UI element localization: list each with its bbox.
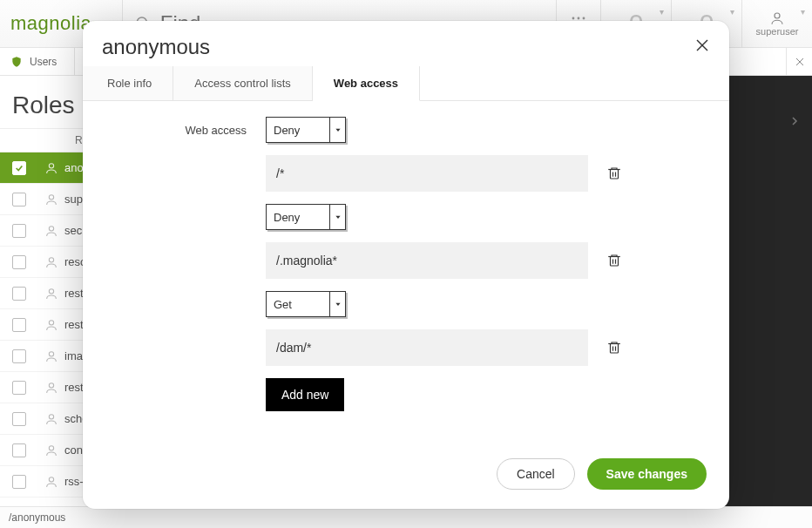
chevron-down-icon — [329, 205, 345, 229]
path-input[interactable] — [266, 242, 588, 279]
add-new-button[interactable]: Add new — [266, 378, 344, 411]
dialog-footer: Cancel Save changes — [83, 446, 729, 509]
svg-marker-31 — [335, 216, 340, 219]
dialog-title: anonymous — [102, 35, 694, 59]
trash-icon — [606, 166, 622, 181]
access-select[interactable]: Deny — [266, 204, 346, 230]
path-input[interactable] — [266, 155, 588, 192]
svg-rect-32 — [611, 257, 619, 267]
cancel-button[interactable]: Cancel — [497, 458, 575, 490]
save-button[interactable]: Save changes — [587, 458, 707, 490]
chevron-down-icon — [329, 292, 345, 316]
dialog-body: Web accessDenyDenyGetAdd new — [83, 101, 729, 446]
delete-rule-button[interactable] — [599, 332, 630, 363]
svg-marker-27 — [335, 129, 340, 132]
svg-rect-28 — [611, 170, 619, 179]
modal-overlay: anonymous Role info Access control lists… — [0, 0, 812, 528]
svg-rect-36 — [611, 344, 619, 354]
tab-acl[interactable]: Access control lists — [173, 66, 313, 100]
access-select[interactable]: Deny — [266, 117, 346, 143]
dialog-tabs: Role info Access control lists Web acces… — [83, 66, 729, 101]
tab-role-info[interactable]: Role info — [83, 66, 173, 100]
path-input[interactable] — [266, 329, 588, 366]
access-select[interactable]: Get — [266, 291, 346, 317]
tab-web-access[interactable]: Web access — [313, 66, 420, 101]
field-label: Web access — [109, 124, 266, 137]
svg-marker-35 — [335, 303, 340, 306]
chevron-down-icon — [329, 118, 345, 142]
edit-role-dialog: anonymous Role info Access control lists… — [83, 21, 729, 509]
trash-icon — [606, 340, 622, 355]
dialog-close-button[interactable] — [694, 37, 710, 57]
delete-rule-button[interactable] — [599, 158, 630, 189]
close-icon — [694, 37, 710, 53]
delete-rule-button[interactable] — [599, 245, 630, 276]
trash-icon — [606, 253, 622, 268]
